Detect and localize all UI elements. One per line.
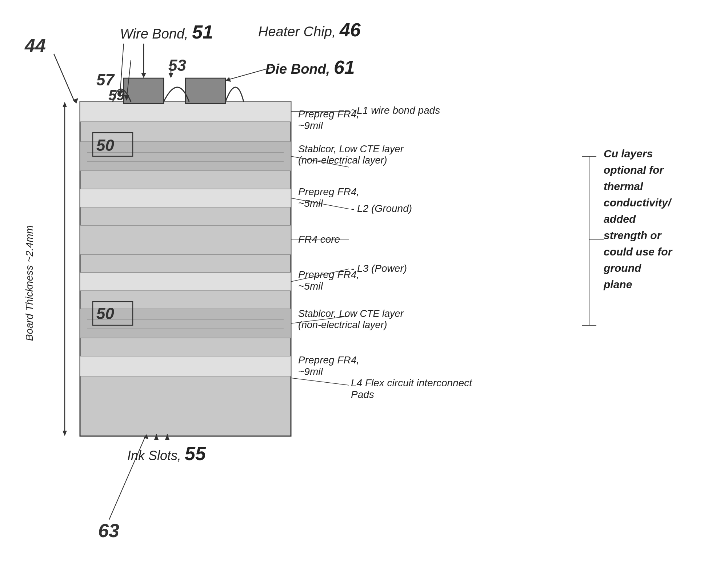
svg-marker-27 — [63, 102, 67, 107]
num-50b: 50 — [96, 305, 114, 323]
svg-line-24 — [54, 54, 75, 102]
prepreg4-label: Prepreg FR4,~9mil — [298, 354, 359, 378]
fr4-label: FR4 core — [298, 234, 340, 245]
l1-label: ~L1 wire bond pads — [351, 105, 440, 116]
board-thickness-label: Board Thickness ~2.4mm — [24, 225, 35, 341]
l2-label: - L2 (Ground) — [351, 203, 412, 214]
wire-bond-label: Wire Bond, 51 — [120, 21, 213, 43]
svg-rect-12 — [124, 78, 164, 104]
svg-marker-28 — [63, 431, 67, 436]
l4-label: L4 Flex circuit interconnectPads — [351, 377, 472, 400]
svg-marker-30 — [154, 434, 159, 440]
stablcor1-label: Stablcor, Low CTE layer(non-electrical l… — [298, 144, 404, 166]
svg-line-20 — [127, 60, 131, 99]
svg-marker-25 — [73, 98, 78, 104]
num-57: 57 — [96, 71, 114, 89]
stablcor2-label: Stablcor, Low CTE layer(non-electrical l… — [298, 308, 404, 331]
diagram-container: Wire Bond, 51 Heater Chip, 46 Die Bond, … — [0, 0, 728, 580]
svg-marker-21 — [124, 95, 129, 101]
num-63: 63 — [98, 520, 119, 541]
num-44: 44 — [25, 35, 46, 56]
prepreg3-label: Prepreg FR4,~5mil — [298, 269, 359, 292]
svg-marker-32 — [165, 434, 169, 440]
svg-rect-5 — [80, 273, 291, 291]
svg-marker-15 — [141, 73, 146, 78]
svg-rect-7 — [80, 356, 291, 376]
svg-marker-23 — [225, 77, 231, 82]
svg-rect-4 — [80, 225, 291, 254]
num-53: 53 — [168, 56, 186, 74]
die-bond-label: Die Bond, 61 — [265, 56, 355, 78]
num-59: 59 — [108, 87, 125, 104]
svg-marker-36 — [144, 434, 148, 439]
heater-chip-label: Heater Chip, 46 — [258, 19, 361, 41]
prepreg2-label: Prepreg FR4,~5mil — [298, 186, 359, 209]
prepreg1-label: Prepreg FR4,~9mil — [298, 108, 359, 132]
svg-line-18 — [120, 44, 124, 94]
svg-rect-13 — [185, 78, 225, 104]
l3-label: - L3 (Power) — [351, 263, 407, 274]
svg-rect-3 — [80, 189, 291, 207]
svg-line-43 — [291, 378, 349, 385]
svg-rect-1 — [80, 102, 291, 122]
ink-slots-label: Ink Slots, 55 — [127, 443, 206, 464]
cu-layers-note: Cu layers optional for thermal conductiv… — [604, 145, 672, 293]
num-50a: 50 — [96, 136, 114, 154]
